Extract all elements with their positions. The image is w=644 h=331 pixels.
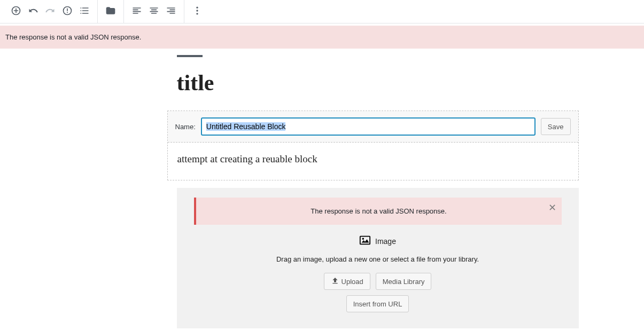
redo-icon	[45, 5, 56, 18]
block-type-button[interactable]	[102, 3, 119, 20]
image-icon	[359, 234, 371, 248]
image-block-heading: Image	[194, 234, 562, 248]
folder-icon	[105, 5, 116, 18]
image-instructions: Drag an image, upload a new one or selec…	[194, 255, 562, 263]
insert-from-url-button[interactable]: Insert from URL	[346, 295, 409, 312]
block-navigation-button[interactable]	[76, 3, 93, 20]
list-icon	[79, 5, 90, 18]
svg-point-2	[196, 13, 198, 14]
info-button[interactable]	[59, 3, 76, 20]
error-notice: The response is not a valid JSON respons…	[0, 26, 644, 49]
toolbar-group-main	[4, 0, 96, 23]
paragraph-block[interactable]: attempt at creating a reuable block	[177, 153, 569, 165]
more-vertical-icon	[192, 5, 203, 18]
toolbar-group-more	[185, 0, 209, 23]
svg-point-1	[196, 10, 198, 11]
align-right-button[interactable]	[162, 3, 180, 20]
reusable-block-header: Name: Save	[168, 111, 578, 143]
align-center-button[interactable]	[145, 3, 162, 20]
reusable-block-body: attempt at creating a reuable block	[168, 143, 578, 180]
toolbar-divider	[184, 0, 184, 23]
editor-content: title Name: Save attempt at creating a r…	[66, 55, 579, 331]
image-block-label: Image	[375, 237, 396, 246]
image-block: The response is not a valid JSON respons…	[177, 188, 579, 328]
image-block-error-text: The response is not a valid JSON respons…	[311, 207, 446, 215]
image-actions-row: Upload Media Library	[194, 273, 562, 290]
media-library-button[interactable]: Media Library	[376, 273, 432, 290]
align-center-icon	[149, 5, 159, 18]
reusable-block: Name: Save attempt at creating a reuable…	[167, 111, 579, 180]
close-icon: ✕	[548, 202, 556, 213]
info-icon	[62, 5, 73, 18]
more-options-button[interactable]	[189, 3, 206, 20]
align-left-button[interactable]	[128, 3, 145, 20]
post-title[interactable]: title	[177, 70, 579, 96]
toolbar-group-align	[125, 0, 183, 23]
add-block-button[interactable]	[7, 3, 25, 20]
error-notice-text: The response is not a valid JSON respons…	[5, 33, 141, 41]
save-button[interactable]: Save	[541, 118, 571, 135]
toolbar-divider	[97, 0, 98, 23]
name-label: Name:	[175, 123, 196, 131]
image-block-error: The response is not a valid JSON respons…	[194, 198, 562, 225]
svg-point-0	[196, 7, 198, 9]
undo-icon	[28, 5, 38, 18]
align-left-icon	[131, 5, 142, 18]
undo-button[interactable]	[25, 3, 42, 20]
toolbar-divider	[123, 0, 124, 23]
dismiss-error-button[interactable]: ✕	[548, 202, 556, 214]
upload-icon	[331, 277, 339, 287]
redo-button[interactable]	[42, 3, 59, 20]
align-right-icon	[166, 5, 176, 18]
editor-toolbar	[0, 0, 644, 23]
plus-circle-icon	[11, 5, 21, 18]
reusable-name-input[interactable]	[201, 117, 536, 136]
title-indicator	[177, 55, 203, 57]
toolbar-group-block-type	[99, 0, 122, 23]
image-actions-row-2: Insert from URL	[194, 295, 562, 312]
upload-button[interactable]: Upload	[324, 273, 370, 290]
upload-label: Upload	[342, 278, 363, 286]
